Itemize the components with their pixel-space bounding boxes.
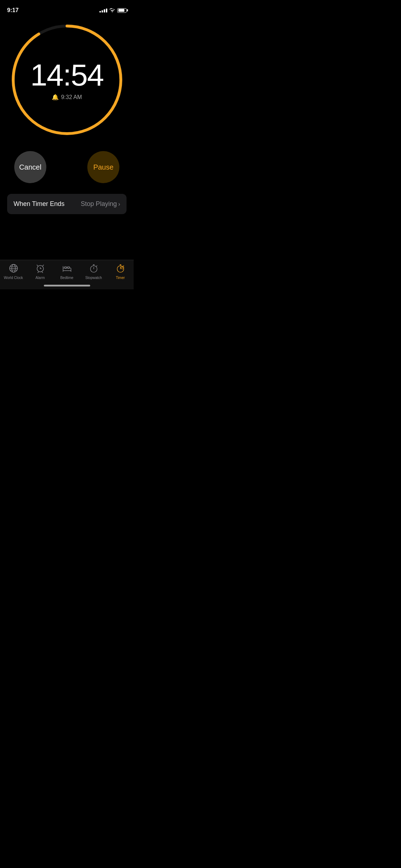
tab-alarm-label: Alarm: [35, 276, 45, 280]
globe-icon: [9, 264, 18, 274]
timer-display: 14:54 🔔 9:32 AM: [30, 60, 103, 100]
home-indicator: [44, 285, 90, 286]
timer-ends-label: When Timer Ends: [14, 200, 65, 208]
timer-alarm: 🔔 9:32 AM: [30, 94, 103, 100]
svg-line-24: [96, 266, 97, 267]
tab-alarm[interactable]: Alarm: [27, 264, 53, 280]
pause-button[interactable]: Pause: [87, 151, 119, 183]
timer-ring: 14:54 🔔 9:32 AM: [10, 23, 124, 137]
bell-icon: 🔔: [52, 94, 59, 100]
timer-ends-value: Stop Playing ›: [81, 200, 120, 208]
signal-icon: [99, 9, 107, 12]
wifi-icon: [109, 7, 115, 13]
chevron-right-icon: ›: [118, 201, 120, 207]
status-time: 9:17: [7, 7, 19, 14]
tab-stopwatch[interactable]: Stopwatch: [80, 264, 107, 280]
bed-icon: [62, 264, 72, 274]
timer-alarm-time: 9:32 AM: [61, 94, 82, 100]
alarm-icon: [36, 264, 45, 274]
status-bar: 9:17: [0, 0, 134, 16]
tab-bedtime[interactable]: Bedtime: [53, 264, 80, 280]
svg-line-13: [42, 272, 43, 273]
timer-time: 14:54: [30, 60, 103, 90]
tab-bedtime-label: Bedtime: [60, 276, 73, 280]
tab-stopwatch-label: Stopwatch: [85, 276, 102, 280]
svg-line-12: [38, 272, 38, 273]
svg-line-10: [37, 265, 38, 266]
timer-area: 14:54 🔔 9:32 AM: [0, 23, 134, 137]
stopwatch-icon: [89, 264, 98, 274]
svg-rect-15: [64, 267, 67, 268]
timer-ends-value-text: Stop Playing: [81, 200, 117, 208]
tab-timer-label: Timer: [116, 276, 125, 280]
svg-rect-16: [67, 267, 70, 268]
battery-icon: [117, 8, 127, 13]
status-icons: [99, 7, 127, 13]
tab-world-clock-label: World Clock: [4, 276, 23, 280]
cancel-button[interactable]: Cancel: [14, 151, 46, 183]
timer-ends-row[interactable]: When Timer Ends Stop Playing ›: [7, 194, 127, 214]
svg-line-11: [43, 265, 44, 266]
svg-rect-14: [63, 268, 71, 270]
tab-world-clock[interactable]: World Clock: [0, 264, 27, 280]
tab-timer[interactable]: Timer: [107, 264, 134, 280]
buttons-row: Cancel Pause: [0, 140, 134, 183]
timer-icon: [116, 264, 125, 274]
